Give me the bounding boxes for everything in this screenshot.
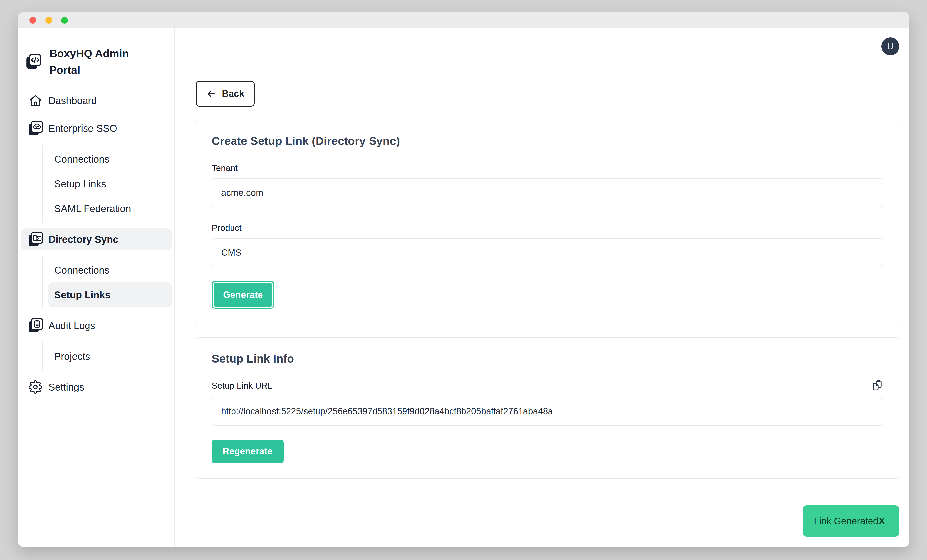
- gear-icon: [27, 379, 43, 395]
- sidebar-subitem-dsync-connections[interactable]: Connections: [43, 258, 172, 282]
- audit-logs-subnav: Projects: [42, 343, 172, 370]
- sidebar-item-label: Settings: [48, 382, 84, 393]
- sidebar-item-label: Dashboard: [48, 95, 97, 106]
- sub-item-label: Setup Links: [54, 178, 106, 190]
- sidebar-subitem-projects[interactable]: Projects: [43, 344, 172, 369]
- sidebar-subitem-dsync-setup-links[interactable]: Setup Links: [48, 282, 172, 307]
- directory-folder-keycap-icon: [27, 231, 43, 247]
- brand-name: BoxyHQ Admin Portal: [49, 45, 134, 78]
- product-field-group: Product: [212, 223, 883, 267]
- tenant-input[interactable]: [212, 178, 883, 207]
- sidebar-item-label: Enterprise SSO: [48, 123, 117, 134]
- sidebar-item-audit-logs[interactable]: Audit Logs: [21, 315, 172, 337]
- window-close-button[interactable]: [29, 17, 36, 24]
- app-window: BoxyHQ Admin Portal Dashboard: [18, 12, 909, 546]
- window-minimize-button[interactable]: [46, 17, 52, 24]
- sub-item-label: Connections: [54, 153, 109, 165]
- sub-item-label: SAML Federation: [54, 203, 131, 214]
- sso-cloud-keycap-icon: [27, 120, 43, 136]
- copy-clipboard-icon: [871, 379, 883, 392]
- card-title: Setup Link Info: [212, 352, 883, 365]
- sidebar-item-directory-sync[interactable]: Directory Sync: [21, 228, 172, 250]
- home-icon: [27, 93, 43, 109]
- enterprise-sso-subnav: Connections Setup Links SAML Federation: [42, 145, 172, 223]
- sub-item-label: Setup Links: [54, 290, 111, 300]
- sub-item-label: Connections: [54, 265, 109, 276]
- card-title: Create Setup Link (Directory Sync): [212, 134, 883, 148]
- window-zoom-button[interactable]: [61, 17, 68, 24]
- sidebar-subitem-sso-connections[interactable]: Connections: [43, 147, 172, 171]
- sidebar-subitem-sso-setup-links[interactable]: Setup Links: [43, 171, 172, 196]
- setup-link-url-input[interactable]: [212, 397, 883, 426]
- tenant-field-group: Tenant: [212, 163, 883, 207]
- sidebar-item-dashboard[interactable]: Dashboard: [21, 90, 172, 111]
- brand-logo-link[interactable]: BoxyHQ Admin Portal: [26, 45, 175, 78]
- product-input[interactable]: [212, 238, 883, 267]
- window-titlebar: [18, 12, 909, 28]
- setup-link-url-label: Setup Link URL: [212, 381, 272, 390]
- generate-button[interactable]: Generate: [212, 281, 274, 309]
- sidebar: BoxyHQ Admin Portal Dashboard: [18, 28, 175, 546]
- sub-item-label: Projects: [54, 351, 90, 362]
- setup-link-url-field-group: [212, 397, 883, 426]
- sidebar-item-settings[interactable]: Settings: [21, 376, 172, 398]
- sidebar-item-label: Audit Logs: [48, 320, 95, 331]
- arrow-left-icon: [206, 88, 216, 99]
- copy-to-clipboard-button[interactable]: [871, 379, 883, 392]
- sidebar-subitem-saml-federation[interactable]: SAML Federation: [43, 196, 172, 221]
- directory-sync-subnav: Connections Setup Links: [42, 256, 172, 309]
- back-button-label: Back: [222, 88, 245, 99]
- regenerate-button[interactable]: Regenerate: [212, 440, 284, 463]
- sidebar-nav: Dashboard Enterprise SSO: [18, 90, 175, 398]
- sidebar-item-enterprise-sso[interactable]: Enterprise SSO: [21, 117, 172, 139]
- back-button[interactable]: Back: [196, 81, 255, 106]
- audit-clipboard-keycap-icon: [27, 318, 43, 334]
- tenant-label: Tenant: [212, 163, 883, 173]
- boxyhq-code-keycap-icon: [26, 54, 41, 70]
- page-body: Back Create Setup Link (Directory Sync) …: [175, 65, 909, 479]
- setup-link-info-card: Setup Link Info Setup Link URL: [196, 337, 899, 479]
- create-setup-link-card: Create Setup Link (Directory Sync) Tenan…: [196, 120, 899, 324]
- product-label: Product: [212, 223, 883, 233]
- toast-message: Link Generated: [814, 516, 878, 527]
- top-header: U: [175, 28, 909, 65]
- user-avatar[interactable]: U: [881, 37, 899, 55]
- link-generated-toast: Link Generated X: [802, 505, 899, 537]
- sidebar-item-label: Directory Sync: [48, 234, 118, 245]
- toast-close-button[interactable]: X: [879, 516, 885, 526]
- setup-link-url-row: Setup Link URL: [212, 379, 883, 392]
